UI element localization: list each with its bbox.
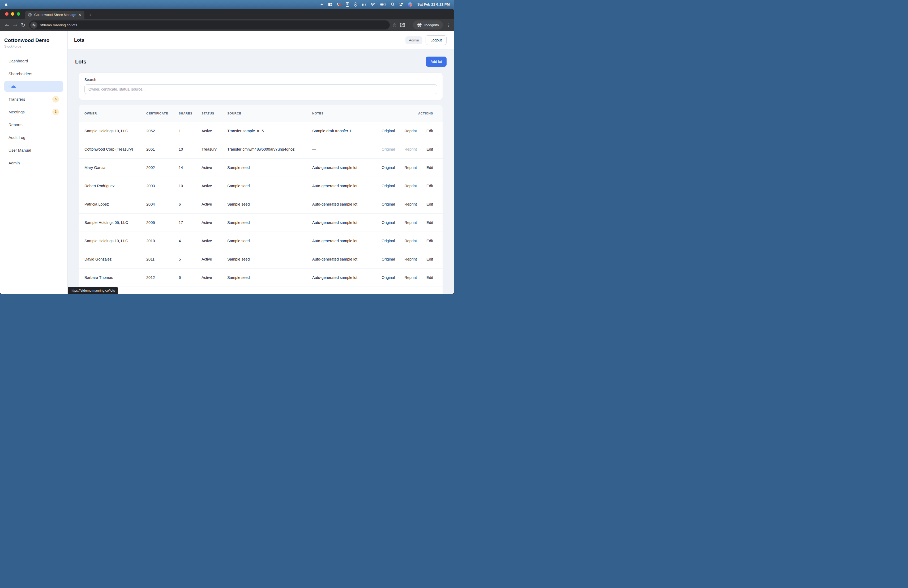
original-link[interactable]: Original <box>382 129 395 133</box>
cell-notes: Auto-generated sample lot <box>312 239 382 243</box>
zoom-window-button[interactable] <box>17 12 20 16</box>
tab-strip: Cottonwood Share Manager ✕ + <box>0 9 454 19</box>
browser-menu-icon[interactable]: ⋮ <box>447 23 451 27</box>
table-row: Sample Holdings 10, LLC 2062 1 Active Tr… <box>79 122 443 140</box>
edit-link[interactable]: Edit <box>427 202 433 206</box>
badge-icon[interactable] <box>354 2 357 6</box>
notes-icon[interactable] <box>346 2 349 6</box>
column-header-status: STATUS <box>201 112 227 115</box>
cell-status: Active <box>201 257 227 261</box>
sidebar-item[interactable]: Shareholders <box>4 68 63 79</box>
original-link[interactable]: Original <box>382 202 395 206</box>
cell-status: Active <box>201 275 227 280</box>
reprint-link[interactable]: Reprint <box>404 129 417 133</box>
edit-link[interactable]: Edit <box>427 166 433 170</box>
brand-subtitle: StockForge <box>4 45 63 48</box>
new-tab-button[interactable]: + <box>89 13 92 18</box>
sidebar-item[interactable]: Lots <box>4 81 63 92</box>
cell-shares: 10 <box>179 184 201 188</box>
sidebar-item[interactable]: Reports <box>4 119 63 130</box>
cell-certificate: 2062 <box>146 129 179 133</box>
cell-notes: Sample draft transfer 1 <box>312 129 382 133</box>
ai-sparkle-icon[interactable]: ✦ <box>320 2 324 7</box>
original-link[interactable]: Original <box>382 147 395 151</box>
sidebar-item-label: Audit Log <box>8 135 25 140</box>
battery-icon[interactable] <box>380 3 386 6</box>
add-lot-button[interactable]: Add lot <box>426 56 447 67</box>
close-window-button[interactable] <box>5 12 8 16</box>
search-input[interactable] <box>84 84 437 94</box>
browser-toolbar: ← → ↻ sfdemo.manring.co/lots ☆ Incognito… <box>0 19 454 31</box>
reprint-link[interactable]: Reprint <box>404 184 417 188</box>
reprint-link[interactable]: Reprint <box>404 221 417 225</box>
cell-shares: 14 <box>179 166 201 170</box>
edit-link[interactable]: Edit <box>427 221 433 225</box>
edit-link[interactable]: Edit <box>427 147 433 151</box>
sidebar-item[interactable]: User Manual <box>4 145 63 156</box>
address-bar[interactable]: sfdemo.manring.co/lots <box>29 21 390 29</box>
reprint-link[interactable]: Reprint <box>404 147 417 151</box>
dots-grid-icon[interactable] <box>362 2 366 6</box>
spotlight-search-icon[interactable] <box>391 2 395 6</box>
cell-certificate: 2061 <box>146 147 179 151</box>
screen-record-icon[interactable] <box>336 2 341 6</box>
sidebar-item-label: Dashboard <box>8 59 28 63</box>
logout-button[interactable]: Logout <box>426 35 447 45</box>
cell-shares: 17 <box>179 221 201 225</box>
edit-link[interactable]: Edit <box>427 239 433 243</box>
cell-owner: Patricia Lopez <box>84 202 146 206</box>
incognito-badge[interactable]: Incognito <box>413 21 443 29</box>
reprint-link[interactable]: Reprint <box>404 239 417 243</box>
site-info-icon[interactable] <box>30 21 37 29</box>
reprint-link[interactable]: Reprint <box>404 202 417 206</box>
edit-link[interactable]: Edit <box>427 257 433 261</box>
table-body: Sample Holdings 10, LLC 2062 1 Active Tr… <box>79 122 443 287</box>
reprint-link[interactable]: Reprint <box>404 275 417 280</box>
side-panel-search-icon[interactable] <box>400 23 405 27</box>
tab-close-icon[interactable]: ✕ <box>78 13 82 17</box>
browser-tab[interactable]: Cottonwood Share Manager ✕ <box>25 11 84 19</box>
original-link[interactable]: Original <box>382 275 395 280</box>
content-area: Lots Add lot Search OWNER CERTIFICATE SH… <box>68 49 454 294</box>
cell-shares: 1 <box>179 129 201 133</box>
bookmark-star-icon[interactable]: ☆ <box>393 22 396 27</box>
control-center-icon[interactable] <box>399 2 404 6</box>
cell-status: Active <box>201 166 227 170</box>
sidebar-item[interactable]: Meetings 3 <box>4 106 63 118</box>
column-header-owner: OWNER <box>84 112 146 115</box>
forward-button[interactable]: → <box>11 21 19 29</box>
cell-owner: David Gonzalez <box>84 257 146 261</box>
cell-shares: 6 <box>179 275 201 280</box>
column-header-notes: NOTES <box>312 112 382 115</box>
cell-actions: Original Reprint Edit <box>382 147 437 151</box>
sidebar-item[interactable]: Audit Log <box>4 132 63 143</box>
sidebar-item-label: Meetings <box>8 110 25 114</box>
sidebar-item[interactable]: Dashboard <box>4 55 63 66</box>
sidebar-item[interactable]: Admin <box>4 157 63 168</box>
original-link[interactable]: Original <box>382 166 395 170</box>
apple-logo-icon[interactable] <box>4 2 8 6</box>
cell-certificate: 2003 <box>146 184 179 188</box>
toolbar-right: ☆ Incognito ⋮ <box>393 21 451 29</box>
search-label: Search <box>84 77 437 82</box>
sidebar-item[interactable]: Transfers 5 <box>4 93 63 105</box>
edit-link[interactable]: Edit <box>427 275 433 280</box>
wifi-icon[interactable] <box>370 3 375 6</box>
window-tiles-icon[interactable] <box>328 2 332 6</box>
reload-button[interactable]: ↻ <box>19 21 27 29</box>
cell-certificate: 2002 <box>146 166 179 170</box>
minimize-window-button[interactable] <box>11 12 14 16</box>
original-link[interactable]: Original <box>382 257 395 261</box>
reprint-link[interactable]: Reprint <box>404 166 417 170</box>
menu-bar-clock[interactable]: Sat Feb 21 6:21 PM <box>417 2 450 6</box>
original-link[interactable]: Original <box>382 184 395 188</box>
cell-notes: Auto-generated sample lot <box>312 184 382 188</box>
original-link[interactable]: Original <box>382 239 395 243</box>
original-link[interactable]: Original <box>382 221 395 225</box>
reprint-link[interactable]: Reprint <box>404 257 417 261</box>
edit-link[interactable]: Edit <box>427 184 433 188</box>
back-button[interactable]: ← <box>3 21 11 29</box>
siri-icon[interactable] <box>408 2 412 6</box>
edit-link[interactable]: Edit <box>427 129 433 133</box>
cell-status: Active <box>201 202 227 206</box>
